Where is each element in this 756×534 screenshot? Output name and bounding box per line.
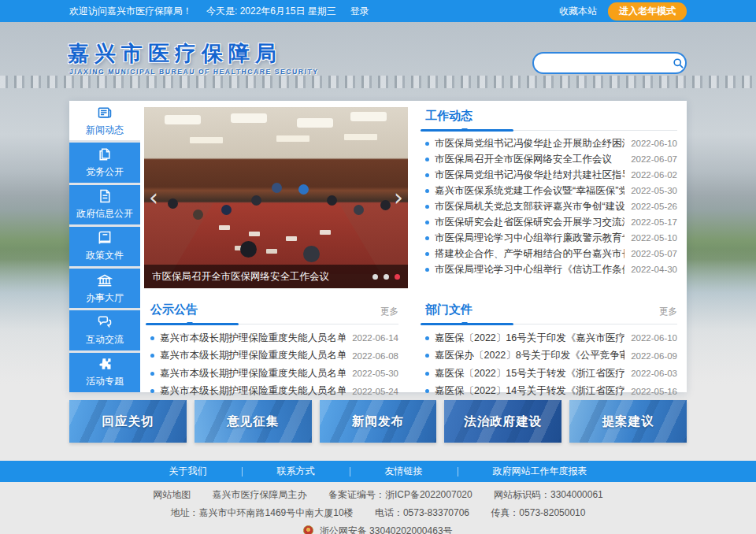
- news-item: 市医保局理论学习中心组举行《信访工作条例》专题...2022-04-30: [421, 261, 677, 277]
- news-item-title[interactable]: 市医保局党组书记冯俊华赴企开展助企纾困活动: [435, 137, 624, 150]
- sidebar-item-label: 互动交流: [86, 333, 124, 347]
- sidebar-item-interaction[interactable]: 互动交流: [69, 310, 140, 350]
- file-icon: [97, 188, 113, 204]
- news-item-title[interactable]: 嘉兴市医保系统党建工作会议暨“幸福医保”党建联...: [435, 184, 624, 198]
- sidebar-item-policy-files[interactable]: 政策文件: [69, 227, 140, 266]
- news-item-title[interactable]: 市医保局召开全市医保网络安全工作会议: [435, 153, 624, 166]
- elder-mode-button[interactable]: 进入老年模式: [608, 2, 687, 20]
- book-icon: [97, 230, 113, 246]
- news-item-date: 2022-05-26: [631, 202, 677, 211]
- fax-text: 传真：0573-82050010: [491, 507, 585, 518]
- bullet-dot: [425, 336, 429, 340]
- search-icon: [673, 57, 684, 69]
- banner-respond-concerns[interactable]: 回应关切: [69, 400, 187, 443]
- footer-line-1: 网站地图 嘉兴市医疗保障局主办 备案证编号：浙ICP备2022007020 网站…: [0, 488, 756, 502]
- favorite-site-link[interactable]: 收藏本站: [559, 5, 597, 18]
- bullet-dot: [425, 221, 429, 224]
- notices-list: 嘉兴市本级长期护理保险重度失能人员名单公示（2...2022-06-14 嘉兴市…: [146, 329, 398, 400]
- news-item-title[interactable]: 市医保局党组书记冯俊华赴结对共建社区指导全国文...: [435, 169, 624, 182]
- carousel-dot-3-active[interactable]: [395, 274, 400, 280]
- main-content-card: 新闻动态 党务公开 政府信息公开 政策文件 办事大厅 互动交流 活动专题: [69, 101, 687, 392]
- footer-link-about[interactable]: 关于我们: [135, 465, 242, 478]
- sidebar-item-party-affairs[interactable]: 党务公开: [69, 143, 140, 182]
- news-item-date: 2022-06-07: [631, 154, 677, 164]
- phone-text: 电话：0573-83370706: [375, 507, 469, 518]
- sidebar-item-service-hall[interactable]: 办事大厅: [69, 269, 140, 308]
- news-item-title[interactable]: 市医保研究会赴省医保研究会开展学习交流活动: [435, 216, 624, 229]
- footer-line-3: 浙公网安备 33040202000463号: [0, 525, 756, 534]
- sidebar-item-label: 党务公开: [86, 165, 124, 179]
- sidebar-item-special-topics[interactable]: 活动专题: [69, 353, 140, 392]
- news-item: 市医保局理论学习中心组举行廉政警示教育专题学习...2022-05-10: [421, 230, 677, 246]
- news-item: 市医保研究会赴省医保研究会开展学习交流活动2022-05-17: [421, 214, 677, 230]
- site-sponsor: 嘉兴市医疗保障局主办: [213, 489, 307, 500]
- file-item-date: 2022-06-09: [631, 351, 677, 361]
- sidebar-item-gov-info[interactable]: 政府信息公开: [69, 185, 140, 224]
- search-box: [532, 52, 687, 74]
- notice-item-title[interactable]: 嘉兴市本级长期护理保险重度失能人员名单公示（2...: [160, 332, 346, 345]
- carousel-photo-meeting: [144, 107, 408, 288]
- banner-label: 新闻发布: [352, 413, 404, 430]
- notices-more-link[interactable]: 更多: [380, 306, 398, 317]
- banner-opinion-collection[interactable]: 意见征集: [195, 400, 312, 443]
- site-header: 嘉兴市医疗保障局 JIAXING MUNICIPAL BUREAU OF HEA…: [0, 22, 756, 101]
- chat-bubbles-icon: [97, 314, 113, 330]
- banner-label: 意见征集: [227, 413, 279, 430]
- bullet-dot: [425, 268, 429, 272]
- search-button[interactable]: [672, 54, 685, 72]
- bullet-dot: [425, 205, 429, 209]
- file-item-date: 2022-06-03: [631, 369, 677, 378]
- bullet-dot: [425, 354, 429, 358]
- news-item-title[interactable]: 市医保局理论学习中心组举行廉政警示教育专题学习...: [435, 232, 624, 245]
- search-input[interactable]: [534, 57, 672, 69]
- bullet-dot: [425, 173, 429, 177]
- bullet-dot: [425, 389, 429, 393]
- file-item-title[interactable]: 嘉医保〔2022〕14号关于转发《浙江省医疗保...: [435, 384, 624, 398]
- bullet-dot: [150, 336, 154, 340]
- notice-item-title[interactable]: 嘉兴市本级长期护理保险重度失能人员名单公示（2...: [160, 367, 346, 380]
- sidebar-item-label: 政策文件: [86, 249, 124, 262]
- file-item-title[interactable]: 嘉医保〔2022〕16号关于印发《嘉兴市医疗保...: [435, 332, 624, 345]
- file-item: 嘉医保办〔2022〕8号关于印发《公平竞争审查...2022-06-09: [421, 347, 677, 365]
- carousel-caption-bar: 市医保局召开全市医保网络安全工作会议: [144, 265, 408, 288]
- footer-line-2: 地址：嘉兴市中环南路1469号中南大厦10楼 电话：0573-83370706 …: [0, 506, 756, 520]
- news-item-title[interactable]: 市医保局机关党总支部获评嘉兴市争创“建设清廉机...: [435, 200, 624, 213]
- bullet-dot: [425, 142, 429, 146]
- carousel-next-button[interactable]: ›: [394, 186, 403, 210]
- carousel-prev-button[interactable]: ‹: [149, 186, 158, 210]
- notice-item-date: 2022-05-30: [352, 369, 398, 378]
- notices-title: 公示公告: [146, 302, 198, 317]
- footer-info: 网站地图 嘉兴市医疗保障局主办 备案证编号：浙ICP备2022007020 网站…: [0, 484, 756, 534]
- carousel-dot-2[interactable]: [384, 274, 389, 280]
- bullet-dot: [425, 236, 429, 240]
- footer-link-friendly-links[interactable]: 友情链接: [350, 465, 458, 478]
- news-item-title[interactable]: 市医保局理论学习中心组举行《信访工作条例》专题...: [435, 263, 624, 276]
- sidebar-item-news[interactable]: 新闻动态: [69, 101, 140, 140]
- section-notices: 公示公告 更多 嘉兴市本级长期护理保险重度失能人员名单公示（2...2022-0…: [144, 295, 408, 400]
- dept-files-more-link[interactable]: 更多: [659, 306, 677, 317]
- main-columns: ‹ › 市医保局召开全市医保网络安全工作会议 工作动态 市医保局党组: [144, 101, 687, 392]
- bullet-dot: [425, 252, 429, 256]
- bullet-dot: [150, 389, 154, 393]
- news-carousel[interactable]: ‹ › 市医保局召开全市医保网络安全工作会议: [144, 107, 408, 288]
- file-item-title[interactable]: 嘉医保〔2022〕15号关于转发《浙江省医疗保...: [435, 367, 624, 380]
- notice-item-title[interactable]: 嘉兴市本级长期护理保险重度失能人员名单公示（2...: [160, 384, 346, 398]
- banner-rule-of-law[interactable]: 法治政府建设: [444, 400, 561, 443]
- banner-news-release[interactable]: 新闻发布: [320, 400, 437, 443]
- welcome-text: 欢迎访问嘉兴市医疗保障局！: [69, 5, 192, 18]
- news-item-title[interactable]: 搭建校企合作、产学研相结合的平台嘉兴市长期护理...: [435, 247, 624, 261]
- carousel-caption[interactable]: 市医保局召开全市医保网络安全工作会议: [152, 270, 372, 284]
- notice-item-date: 2022-05-24: [352, 387, 398, 396]
- public-security-record: 浙公网安备 33040202000463号: [320, 525, 453, 534]
- carousel-dots: [372, 274, 400, 280]
- footer-link-contact[interactable]: 联系方式: [243, 465, 350, 478]
- sitemap-link[interactable]: 网站地图: [153, 489, 191, 500]
- login-link[interactable]: 登录: [350, 5, 369, 18]
- file-item: 嘉医保〔2022〕15号关于转发《浙江省医疗保...2022-06-03: [421, 365, 677, 383]
- notice-item-title[interactable]: 嘉兴市本级长期护理保险重度失能人员名单公示（2...: [160, 349, 346, 362]
- banner-proposals[interactable]: 提案建议: [569, 400, 687, 443]
- file-item-date: 2022-06-10: [631, 333, 677, 343]
- carousel-dot-1[interactable]: [372, 274, 378, 280]
- file-item-title[interactable]: 嘉医保办〔2022〕8号关于印发《公平竞争审查...: [435, 349, 624, 362]
- footer-link-annual-report[interactable]: 政府网站工作年度报表: [458, 465, 622, 478]
